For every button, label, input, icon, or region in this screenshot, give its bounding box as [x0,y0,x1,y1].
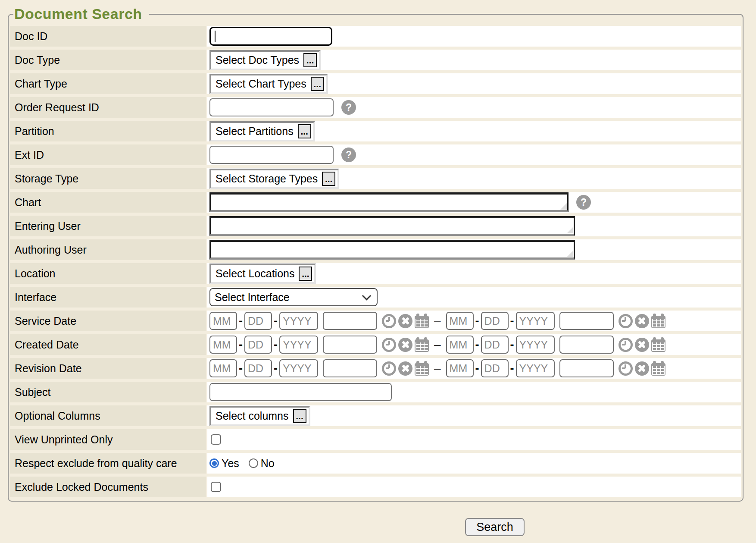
created-date-to-day-input[interactable] [481,336,509,354]
location-more-button[interactable]: ... [299,267,312,281]
help-icon[interactable]: ? [341,148,356,162]
interface-select[interactable]: Select Interface [209,288,378,306]
service-date-from-time-input[interactable] [323,312,377,330]
created-date-to-time-input[interactable] [559,336,614,354]
calendar-icon[interactable] [415,316,429,328]
location-picker[interactable]: Select Locations ... [209,264,316,284]
help-icon[interactable]: ? [576,195,591,210]
chart-input[interactable] [209,192,569,212]
chart-type-more-button[interactable]: ... [311,77,324,91]
clock-icon[interactable] [382,314,396,328]
respect-exclude-yes-radio[interactable] [209,458,219,468]
date-separator: - [475,314,479,328]
row-order-request-id: Order Request ID ? [10,97,741,118]
partition-picker-text: Select Partitions [216,125,294,138]
row-exclude-locked: Exclude Locked Documents [10,477,741,497]
exclude-locked-checkbox[interactable] [211,482,221,492]
authoring-user-input[interactable] [209,240,575,260]
doc-id-input[interactable] [209,27,332,46]
storage-type-more-button[interactable]: ... [322,172,335,186]
created-date-from-time-input[interactable] [323,336,377,354]
order-request-id-input[interactable] [209,98,334,116]
revision-date-to-day-input[interactable] [481,359,509,377]
respect-exclude-yes-label: Yes [222,457,239,470]
clear-date-icon[interactable] [635,361,649,376]
clock-icon[interactable] [382,338,396,352]
calendar-icon[interactable] [651,339,665,352]
created-date-to-year-input[interactable] [516,336,555,354]
partition-picker[interactable]: Select Partitions ... [209,121,315,141]
date-separator: - [274,314,278,328]
calendar-icon[interactable] [651,316,665,328]
created-date-from-day-input[interactable] [244,336,272,354]
partition-more-button[interactable]: ... [298,124,311,138]
clear-date-icon[interactable] [635,338,649,352]
optional-columns-picker[interactable]: Select columns ... [209,406,310,426]
exclude-locked-cell [207,477,741,497]
service-date-to-day-input[interactable] [481,312,509,330]
respect-exclude-no-radio[interactable] [249,458,258,468]
revision-date-from-day-input[interactable] [244,359,272,377]
storage-type-picker[interactable]: Select Storage Types ... [209,169,339,189]
entering-user-cell [207,216,741,236]
revision-date-cell: - - – - - [207,358,741,379]
revision-date-from-time-input[interactable] [323,359,377,377]
service-date-from-year-input[interactable] [279,312,318,330]
view-unprinted-checkbox[interactable] [211,434,221,445]
calendar-icon[interactable] [415,339,429,352]
revision-date-to-month-input[interactable] [446,359,474,377]
subject-input[interactable] [209,383,392,401]
revision-date-to-group: - - [446,359,665,377]
service-date-to-time-input[interactable] [559,312,614,330]
form-footer: Search [0,518,756,536]
date-separator: - [510,314,514,328]
clock-icon[interactable] [619,338,633,352]
order-request-id-label: Order Request ID [10,97,206,118]
row-subject: Subject [10,382,741,402]
service-date-to-year-input[interactable] [516,312,555,330]
location-label: Location [10,263,206,284]
calendar-icon[interactable] [415,363,429,376]
clock-icon[interactable] [619,361,633,376]
created-date-from-year-input[interactable] [279,336,318,354]
clock-icon[interactable] [619,314,633,328]
search-button[interactable]: Search [465,518,525,536]
clear-date-icon[interactable] [398,338,412,352]
doc-type-picker[interactable]: Select Doc Types ... [209,50,321,70]
clear-date-icon[interactable] [398,361,412,376]
revision-date-to-time-input[interactable] [559,359,614,377]
clear-date-icon[interactable] [398,314,412,328]
revision-date-to-year-input[interactable] [516,359,555,377]
revision-date-from-year-input[interactable] [279,359,318,377]
clock-icon[interactable] [382,361,396,376]
doc-type-more-button[interactable]: ... [303,53,317,67]
created-date-from-month-input[interactable] [209,336,237,354]
doc-id-cell [207,26,741,47]
service-date-from-day-input[interactable] [244,312,272,330]
service-date-label: Service Date [10,311,206,331]
calendar-grid [652,342,665,351]
service-date-to-month-input[interactable] [446,312,474,330]
help-icon[interactable]: ? [341,100,356,115]
row-optional-columns: Optional Columns Select columns ... [10,405,741,426]
calendar-icon[interactable] [651,363,665,376]
doc-type-picker-text: Select Doc Types [216,54,299,66]
created-date-to-month-input[interactable] [446,336,474,354]
created-date-cell: - - – - - [207,334,741,355]
doc-type-cell: Select Doc Types ... [207,50,741,70]
row-doc-id: Doc ID [10,26,741,47]
authoring-user-label: Authoring User [10,239,206,260]
service-date-from-month-input[interactable] [209,312,237,330]
respect-exclude-no-option: No [249,457,275,470]
document-search-page: Document Search Doc ID Doc Type Select D… [0,6,756,536]
clear-date-icon[interactable] [635,314,649,328]
date-range-separator: – [434,361,441,375]
entering-user-input[interactable] [209,216,575,236]
optional-columns-more-button[interactable]: ... [293,409,306,423]
authoring-user-input-wrap [209,240,575,260]
chart-type-picker[interactable]: Select Chart Types ... [209,74,328,94]
date-range-separator: – [434,338,441,352]
ext-id-input[interactable] [209,146,334,164]
row-storage-type: Storage Type Select Storage Types ... [10,168,741,189]
revision-date-from-month-input[interactable] [209,359,237,377]
